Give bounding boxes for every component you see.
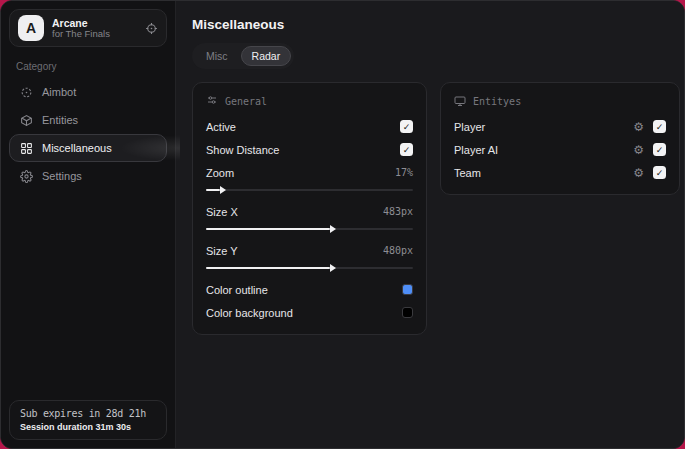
gear-icon bbox=[19, 170, 33, 183]
category-label: Category bbox=[16, 61, 167, 72]
grid-icon bbox=[19, 142, 33, 155]
app-logo: A bbox=[18, 15, 44, 41]
entity-row-player: Player ⚙ bbox=[454, 116, 666, 137]
setting-row-size-y: Size Y 480px bbox=[206, 240, 413, 261]
color-outline-swatch[interactable] bbox=[402, 284, 413, 295]
player-checkbox[interactable] bbox=[653, 120, 666, 133]
app-name: Arcane bbox=[52, 17, 137, 29]
setting-label: Color background bbox=[206, 307, 293, 319]
page-title: Miscellaneous bbox=[192, 17, 680, 32]
sidebar-item-settings[interactable]: Settings bbox=[9, 162, 167, 190]
gear-icon[interactable]: ⚙ bbox=[633, 144, 644, 156]
monitor-icon bbox=[454, 95, 466, 107]
gear-icon[interactable]: ⚙ bbox=[633, 121, 644, 133]
entity-label: Team bbox=[454, 167, 481, 179]
entity-row-player-ai: Player AI ⚙ bbox=[454, 139, 666, 160]
target-icon[interactable] bbox=[145, 22, 158, 35]
sidebar-nav: Aimbot Entities Miscellaneous bbox=[9, 78, 167, 190]
zoom-value: 17% bbox=[395, 167, 413, 178]
sidebar-item-miscellaneous[interactable]: Miscellaneous bbox=[9, 134, 167, 162]
session-duration-text: Session duration 31m 30s bbox=[20, 422, 156, 432]
size-y-value: 480px bbox=[383, 245, 413, 256]
size-y-slider-thumb bbox=[206, 267, 330, 269]
app-header-card: A Arcane for The Finals bbox=[9, 9, 167, 47]
gear-icon[interactable]: ⚙ bbox=[633, 167, 644, 179]
app-window: A Arcane for The Finals Category bbox=[0, 0, 685, 449]
setting-row-active: Active bbox=[206, 116, 413, 137]
active-checkbox[interactable] bbox=[400, 120, 413, 133]
setting-label: Size Y bbox=[206, 245, 238, 257]
app-subtitle: for The Finals bbox=[52, 29, 137, 40]
setting-label: Zoom bbox=[206, 167, 234, 179]
zoom-slider-thumb bbox=[206, 189, 220, 191]
zoom-slider[interactable] bbox=[206, 186, 413, 194]
panel-entities: Entityes Player ⚙ Player AI ⚙ bbox=[440, 82, 680, 195]
tab-misc[interactable]: Misc bbox=[195, 46, 239, 66]
sliders-icon bbox=[206, 95, 218, 107]
subscription-card: Sub expires in 28d 21h Session duration … bbox=[9, 400, 167, 440]
sidebar-item-aimbot[interactable]: Aimbot bbox=[9, 78, 167, 106]
panel-general: General Active Show Distance Zoom 17% bbox=[192, 82, 427, 335]
size-x-value: 483px bbox=[383, 206, 413, 217]
panel-title: Entityes bbox=[473, 96, 521, 107]
size-x-slider[interactable] bbox=[206, 225, 413, 233]
cube-icon bbox=[19, 114, 33, 127]
crosshair-icon bbox=[19, 86, 33, 99]
show-distance-checkbox[interactable] bbox=[400, 143, 413, 156]
entity-row-team: Team ⚙ bbox=[454, 162, 666, 183]
sidebar-item-label: Miscellaneous bbox=[42, 142, 112, 154]
tab-radar[interactable]: Radar bbox=[241, 46, 292, 66]
team-checkbox[interactable] bbox=[653, 166, 666, 179]
size-y-slider[interactable] bbox=[206, 264, 413, 272]
player-ai-checkbox[interactable] bbox=[653, 143, 666, 156]
color-background-swatch[interactable] bbox=[402, 307, 413, 318]
setting-row-color-outline: Color outline bbox=[206, 279, 413, 300]
setting-label: Color outline bbox=[206, 284, 268, 296]
entity-label: Player AI bbox=[454, 144, 498, 156]
main-content: Miscellaneous Misc Radar General bbox=[176, 1, 685, 448]
setting-row-zoom: Zoom 17% bbox=[206, 162, 413, 183]
sub-expires-text: Sub expires in 28d 21h bbox=[20, 408, 156, 419]
tab-bar: Misc Radar bbox=[192, 43, 294, 69]
sidebar-item-label: Settings bbox=[42, 170, 82, 182]
setting-row-color-background: Color background bbox=[206, 302, 413, 323]
sidebar-item-label: Entities bbox=[42, 114, 78, 126]
setting-label: Show Distance bbox=[206, 144, 279, 156]
setting-label: Size X bbox=[206, 206, 238, 218]
panel-title: General bbox=[225, 96, 267, 107]
setting-row-show-distance: Show Distance bbox=[206, 139, 413, 160]
sidebar-item-entities[interactable]: Entities bbox=[9, 106, 167, 134]
setting-label: Active bbox=[206, 121, 236, 133]
sidebar: A Arcane for The Finals Category bbox=[1, 1, 176, 448]
size-x-slider-thumb bbox=[206, 228, 330, 230]
entity-label: Player bbox=[454, 121, 485, 133]
sidebar-item-label: Aimbot bbox=[42, 86, 76, 98]
setting-row-size-x: Size X 483px bbox=[206, 201, 413, 222]
